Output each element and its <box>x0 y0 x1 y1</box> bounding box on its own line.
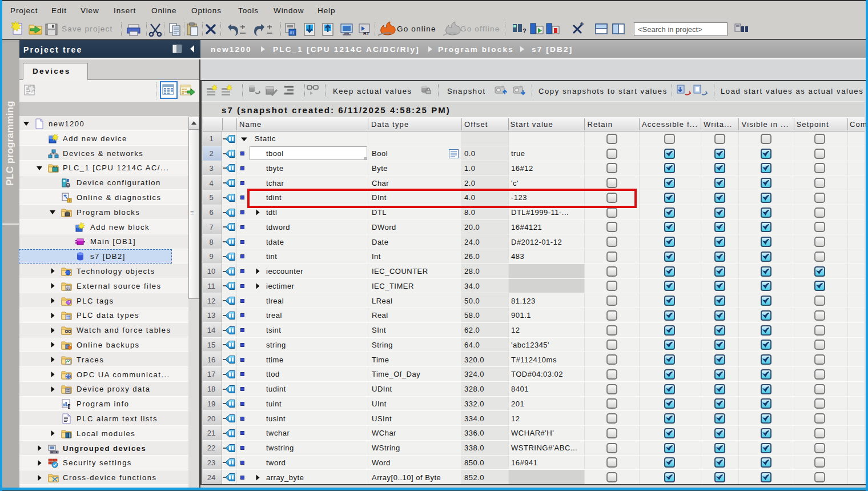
svg-text:?: ? <box>69 198 71 202</box>
svg-text:01: 01 <box>290 31 295 35</box>
svg-text:01: 01 <box>66 287 70 290</box>
svg-text:?: ? <box>523 27 527 34</box>
svg-text:RT: RT <box>363 31 369 36</box>
svg-text:i: i <box>69 405 70 409</box>
